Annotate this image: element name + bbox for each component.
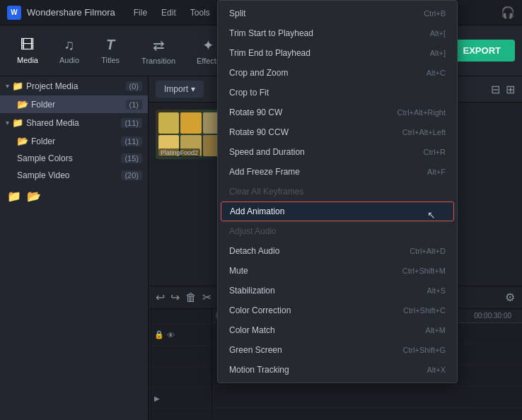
track-label-2 xyxy=(149,346,211,367)
ctx-rotate-cw[interactable]: Rotate 90 CW Ctrl+Alt+Right xyxy=(218,103,457,122)
ctx-trim-start-label: Trim Start to Playhead xyxy=(229,28,313,38)
undo-icon[interactable]: ↩ xyxy=(156,291,165,304)
ctx-mute-label: Mute xyxy=(229,266,248,276)
import-folder-icon[interactable]: 📂 xyxy=(27,189,41,203)
sample-video-label: Sample Video xyxy=(17,170,118,180)
toolbar-right: EXPORT xyxy=(449,40,515,62)
toolbar-media[interactable]: 🎞 Media xyxy=(7,33,48,69)
ctx-green-screen-label: Green Screen xyxy=(229,345,282,355)
toolbar-transition[interactable]: ⇄ Transition xyxy=(132,33,185,69)
shared-media-folder[interactable]: 📂 Folder (11) xyxy=(0,132,148,150)
settings-icon[interactable]: ⚙ xyxy=(505,291,515,303)
toolbar-audio[interactable]: ♫ Audio xyxy=(50,33,89,69)
ctx-detach-audio-shortcut: Ctrl+Alt+D xyxy=(410,247,446,255)
food-cell xyxy=(180,112,201,134)
folder-icon: 📂 xyxy=(17,99,28,110)
ctx-rotate-ccw-shortcut: Ctrl+Alt+Left xyxy=(402,128,446,136)
filter-icon[interactable]: ⊟ xyxy=(491,83,500,96)
shared-media-count: (11) xyxy=(121,118,142,128)
ctx-clear-keyframes: Clear All Keyframes xyxy=(218,182,457,202)
ctx-green-screen[interactable]: Green Screen Ctrl+Shift+G xyxy=(218,340,457,360)
ctx-adjust-audio-label: Adjust Audio xyxy=(229,226,277,236)
play-icon[interactable]: ▶ xyxy=(154,395,160,402)
toolbar-titles[interactable]: T Titles xyxy=(91,33,130,69)
menu-tools[interactable]: Tools xyxy=(185,6,216,19)
ctx-split-label: Split xyxy=(229,8,245,18)
ctx-stabilization-label: Stabilization xyxy=(229,286,275,296)
media-icons: ⊟ ⊞ xyxy=(491,83,515,96)
ctx-speed-shortcut: Ctrl+R xyxy=(424,148,446,156)
ctx-add-animation-label: Add Animation xyxy=(230,206,284,216)
ctx-speed[interactable]: Speed and Duration Ctrl+R xyxy=(218,142,457,162)
project-media-section[interactable]: ▾ 📁 Project Media (0) xyxy=(0,76,148,95)
ctx-detach-audio-label: Detach Audio xyxy=(229,246,279,256)
track-label-1: 🔒 👁 xyxy=(149,325,211,346)
app-logo: W xyxy=(7,6,21,20)
sample-colors-label: Sample Colors xyxy=(17,153,118,163)
import-button[interactable]: Import ▾ xyxy=(156,81,204,98)
ctx-color-correction[interactable]: Color Correction Ctrl+Shift+C xyxy=(218,301,457,320)
audio-icon: ♫ xyxy=(64,37,75,53)
visibility-icon[interactable]: 👁 xyxy=(167,331,175,339)
ctx-clear-keyframes-label: Clear All Keyframes xyxy=(229,187,303,197)
titles-icon: T xyxy=(106,37,115,53)
ctx-color-match-shortcut: Alt+M xyxy=(426,326,446,334)
redo-icon[interactable]: ↪ xyxy=(170,291,180,304)
ctx-crop-fit[interactable]: Crop to Fit xyxy=(218,83,457,103)
ctx-split[interactable]: Split Ctrl+B xyxy=(218,4,457,23)
media-label: Media xyxy=(17,56,38,64)
headphone-icon: 🎧 xyxy=(501,6,515,19)
ctx-trim-start-shortcut: Alt+[ xyxy=(430,29,446,37)
ctx-rotate-ccw[interactable]: Rotate 90 CCW Ctrl+Alt+Left xyxy=(218,122,457,142)
ctx-add-animation[interactable]: Add Animation xyxy=(221,202,454,221)
ctx-trim-end-shortcut: Alt+] xyxy=(430,49,446,57)
track-label-3 xyxy=(149,367,211,388)
ctx-rotate-cw-label: Rotate 90 CW xyxy=(229,107,282,117)
ctx-mute-shortcut: Ctrl+Shift+M xyxy=(402,267,446,275)
grid-icon[interactable]: ⊞ xyxy=(506,83,515,96)
ctx-motion-tracking-shortcut: Alt+X xyxy=(427,366,446,374)
sample-video-item[interactable]: Sample Video (20) xyxy=(0,167,148,184)
ctx-trim-start[interactable]: Trim Start to Playhead Alt+[ xyxy=(218,23,457,43)
ctx-freeze[interactable]: Add Freeze Frame Alt+F xyxy=(218,162,457,182)
folder-icon: 📁 xyxy=(12,117,23,128)
timeline-track-4 xyxy=(212,387,522,408)
ctx-detach-audio[interactable]: Detach Audio Ctrl+Alt+D xyxy=(218,241,457,261)
sample-colors-item[interactable]: Sample Colors (15) xyxy=(0,150,148,167)
chevron-down-icon: ▾ xyxy=(191,84,195,94)
titlebar-right: 🎧 xyxy=(501,6,515,19)
timeline-right: ⚙ xyxy=(505,291,515,304)
lock-icon[interactable]: 🔒 xyxy=(154,330,164,339)
ctx-crop-zoom[interactable]: Crop and Zoom Alt+C xyxy=(218,63,457,83)
ctx-trim-end[interactable]: Trim End to Playhead Alt+] xyxy=(218,43,457,63)
ctx-stabilization[interactable]: Stabilization Alt+S xyxy=(218,281,457,301)
shared-media-section[interactable]: ▾ 📁 Shared Media (11) xyxy=(0,113,148,132)
ctx-crop-zoom-label: Crop and Zoom xyxy=(229,68,288,78)
new-folder-icon[interactable]: 📁 xyxy=(7,189,21,203)
shared-media-label: Shared Media xyxy=(26,118,79,128)
food-cell xyxy=(158,112,179,134)
ctx-color-match[interactable]: Color Match Alt+M xyxy=(218,320,457,340)
sample-colors-count: (15) xyxy=(121,153,142,163)
ctx-mute[interactable]: Mute Ctrl+Shift+M xyxy=(218,261,457,281)
ctx-rotate-ccw-label: Rotate 90 CCW xyxy=(229,127,289,137)
cut-icon[interactable]: ✂ xyxy=(202,291,211,304)
media-thumbnail[interactable]: PlatingFood2 xyxy=(156,110,226,159)
folder-count: (1) xyxy=(126,100,142,110)
app-name: Wondershare Filmora xyxy=(27,7,115,18)
cursor-indicator: ↖ xyxy=(427,209,436,221)
export-button[interactable]: EXPORT xyxy=(449,40,515,62)
project-media-folder[interactable]: 📂 Folder (1) xyxy=(0,95,148,113)
ruler-end: 00:00:30:00 xyxy=(474,312,511,320)
ctx-color-match-label: Color Match xyxy=(229,325,275,335)
titles-label: Titles xyxy=(101,56,120,64)
ctx-motion-tracking[interactable]: Motion Tracking Alt+X xyxy=(218,360,457,380)
project-media-count: (0) xyxy=(126,81,142,91)
import-label: Import xyxy=(164,84,188,94)
delete-icon[interactable]: 🗑 xyxy=(185,291,197,304)
ctx-stabilization-shortcut: Alt+S xyxy=(427,286,446,295)
ctx-green-screen-shortcut: Ctrl+Shift+G xyxy=(402,346,446,354)
menu-edit[interactable]: Edit xyxy=(156,6,182,19)
menu-file[interactable]: File xyxy=(128,6,153,19)
ctx-freeze-label: Add Freeze Frame xyxy=(229,167,300,177)
